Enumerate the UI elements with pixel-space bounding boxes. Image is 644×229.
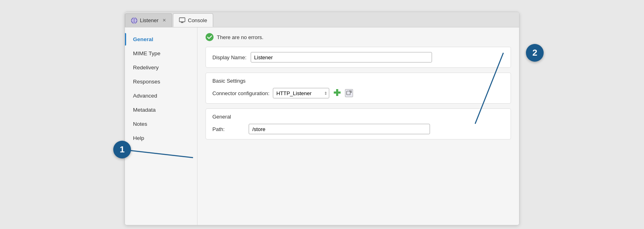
sidebar-item-advanced[interactable]: Advanced: [125, 89, 197, 103]
sidebar-item-responses[interactable]: Responses: [125, 75, 197, 89]
basic-settings-group: Basic Settings Connector configuration: …: [206, 73, 511, 104]
display-name-label: Display Name:: [212, 54, 247, 60]
connector-row: Connector configuration: HTTP_Listener ✚: [212, 88, 504, 98]
form-area: There are no errors. Display Name: Basic…: [197, 27, 519, 225]
svg-rect-7: [179, 18, 185, 22]
edit-connector-button[interactable]: [345, 89, 353, 98]
status-message: There are no errors.: [217, 34, 264, 40]
monitor-icon: [179, 17, 185, 23]
connector-select-wrapper: HTTP_Listener: [273, 88, 329, 98]
tab-listener-close[interactable]: ✕: [162, 18, 166, 23]
path-label: Path:: [212, 126, 245, 132]
sidebar-item-redelivery[interactable]: Redelivery: [125, 60, 197, 75]
display-name-group: Display Name:: [206, 47, 511, 68]
tab-listener-label: Listener: [140, 17, 158, 23]
connector-label: Connector configuration:: [212, 90, 270, 96]
sidebar-item-help[interactable]: Help: [125, 131, 197, 145]
status-bar: There are no errors.: [206, 33, 511, 41]
sidebar: General MIME Type Redelivery Responses A…: [125, 27, 197, 225]
tab-console-label: Console: [188, 17, 207, 23]
globe-icon: [131, 17, 137, 24]
tab-console[interactable]: Console: [173, 13, 213, 27]
sidebar-item-mime-type[interactable]: MIME Type: [125, 46, 197, 60]
display-name-row: Display Name:: [212, 52, 504, 62]
main-panel: Listener ✕ Console General: [125, 12, 519, 225]
sidebar-item-general[interactable]: General: [125, 32, 197, 46]
callout-2: 2: [526, 44, 544, 62]
tab-bar: Listener ✕ Console: [125, 12, 519, 27]
path-input[interactable]: [249, 124, 430, 134]
add-connector-button[interactable]: ✚: [332, 89, 341, 98]
path-row: Path:: [212, 124, 504, 134]
connector-select[interactable]: HTTP_Listener: [273, 88, 329, 98]
tab-listener[interactable]: Listener ✕: [125, 13, 172, 27]
edit-icon: [345, 89, 353, 97]
main-content: General MIME Type Redelivery Responses A…: [125, 27, 519, 225]
plus-icon: ✚: [333, 89, 341, 98]
status-ok-icon: [206, 33, 214, 41]
sidebar-item-notes[interactable]: Notes: [125, 117, 197, 131]
general-section-title: General: [212, 114, 504, 120]
display-name-input[interactable]: [251, 52, 432, 62]
basic-settings-title: Basic Settings: [212, 78, 504, 84]
callout-1: 1: [113, 141, 131, 158]
svg-rect-10: [347, 91, 350, 95]
sidebar-item-metadata[interactable]: Metadata: [125, 103, 197, 117]
path-group: General Path:: [206, 108, 511, 139]
